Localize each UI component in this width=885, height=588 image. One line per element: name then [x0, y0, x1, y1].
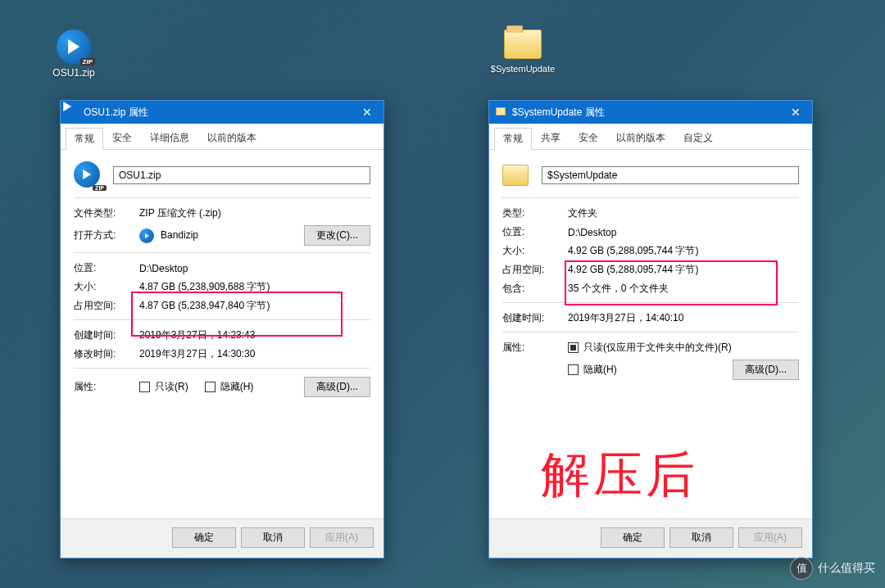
readonly-checkbox[interactable] — [139, 382, 150, 392]
advanced-button[interactable]: 高级(D)... — [733, 360, 799, 380]
tab-general[interactable]: 常规 — [494, 128, 532, 150]
tab-security[interactable]: 安全 — [570, 127, 607, 149]
value-disksize: 4.92 GB (5,288,095,744 字节) — [568, 263, 799, 277]
label-location: 位置: — [502, 225, 568, 239]
filename-input[interactable] — [542, 166, 799, 184]
titlebar[interactable]: OSU1.zip 属性 ✕ — [61, 101, 384, 124]
readonly-label: 只读(R) — [155, 381, 188, 392]
folder-icon — [502, 161, 530, 189]
label-modified: 修改时间: — [74, 347, 139, 361]
watermark-icon: 值 — [790, 557, 813, 580]
value-location: D:\Desktop — [139, 263, 370, 274]
desktop-icon-label: OSU1.zip — [41, 67, 107, 79]
hidden-checkbox[interactable] — [205, 382, 216, 392]
ok-button[interactable]: 确定 — [601, 527, 665, 548]
ok-button[interactable]: 确定 — [172, 527, 236, 548]
value-created: 2019年3月27日，14:23:43 — [139, 328, 370, 342]
hidden-checkbox[interactable] — [568, 364, 579, 375]
cancel-button[interactable]: 取消 — [241, 527, 305, 548]
attribute-checkboxes: 只读(R) 隐藏(H) — [139, 380, 304, 394]
value-modified: 2019年3月27日，14:30:30 — [139, 347, 370, 361]
apply-button[interactable]: 应用(A) — [738, 527, 802, 548]
desktop-icon-label: $SystemUpdate — [490, 64, 556, 74]
titlebar-zip-icon — [67, 106, 79, 118]
label-location: 位置: — [74, 261, 139, 275]
titlebar-title: $SystemUpdate 属性 — [512, 106, 779, 120]
value-openwith: Bandizip — [139, 228, 304, 243]
value-contains: 35 个文件，0 个文件夹 — [568, 282, 799, 296]
label-type: 文件类型: — [74, 206, 139, 220]
value-disksize: 4.87 GB (5,238,947,840 字节) — [139, 299, 370, 313]
label-created: 创建时间: — [74, 328, 139, 342]
value-location: D:\Desktop — [568, 227, 799, 238]
titlebar-title: OSU1.zip 属性 — [84, 106, 351, 120]
value-size: 4.92 GB (5,288,095,744 字节) — [568, 244, 799, 258]
desktop-icon-zip[interactable]: ZIP OSU1.zip — [41, 29, 107, 79]
value-type: 文件夹 — [568, 206, 799, 220]
properties-dialog-zip: OSU1.zip 属性 ✕ 常规 安全 详细信息 以前的版本 ZIP 文件类型:… — [60, 100, 384, 559]
close-icon[interactable]: ✕ — [779, 101, 812, 124]
label-size: 大小: — [502, 244, 568, 258]
label-openwith: 打开方式: — [74, 228, 139, 242]
titlebar-folder-icon — [496, 106, 507, 118]
hidden-label: 隐藏(H) — [220, 381, 254, 392]
annotation-text: 解压后 — [541, 442, 698, 509]
apply-button[interactable]: 应用(A) — [310, 527, 374, 548]
tab-details[interactable]: 详细信息 — [141, 127, 198, 149]
dialog-body: ZIP 文件类型:ZIP 压缩文件 (.zip) 打开方式: Bandizip … — [61, 150, 384, 518]
bandizip-icon — [139, 228, 154, 243]
attribute-checkboxes: 只读(仅应用于文件夹中的文件)(R) — [568, 341, 799, 355]
titlebar[interactable]: $SystemUpdate 属性 ✕ — [489, 101, 812, 124]
value-size: 4.87 GB (5,238,909,688 字节) — [139, 280, 370, 294]
tabs: 常规 共享 安全 以前的版本 自定义 — [489, 124, 812, 150]
advanced-button[interactable]: 高级(D)... — [304, 377, 370, 397]
label-disksize: 占用空间: — [74, 299, 139, 313]
tab-previous[interactable]: 以前的版本 — [198, 127, 266, 149]
value-created: 2019年3月27日，14:40:10 — [568, 311, 799, 325]
change-button[interactable]: 更改(C)... — [304, 225, 370, 246]
value-type: ZIP 压缩文件 (.zip) — [139, 206, 370, 220]
file-icon: ZIP — [74, 161, 102, 189]
readonly-checkbox[interactable] — [568, 342, 579, 353]
cancel-button[interactable]: 取消 — [669, 527, 733, 548]
dialog-footer: 确定 取消 应用(A) — [61, 518, 384, 558]
label-attributes: 属性: — [74, 380, 139, 394]
tab-general[interactable]: 常规 — [66, 128, 103, 150]
label-contains: 包含: — [502, 282, 568, 296]
tab-previous[interactable]: 以前的版本 — [607, 127, 674, 149]
hidden-label: 隐藏(H) — [583, 364, 617, 375]
filename-input[interactable] — [113, 166, 370, 184]
desktop-icon-folder[interactable]: $SystemUpdate — [490, 28, 556, 74]
watermark: 值 什么值得买 — [790, 557, 875, 580]
tab-sharing[interactable]: 共享 — [532, 127, 570, 149]
tab-custom[interactable]: 自定义 — [674, 127, 722, 149]
label-size: 大小: — [74, 280, 139, 294]
watermark-text: 什么值得买 — [818, 561, 875, 576]
label-type: 类型: — [502, 206, 568, 220]
close-icon[interactable]: ✕ — [351, 101, 384, 124]
label-disksize: 占用空间: — [502, 263, 568, 277]
dialog-footer: 确定 取消 应用(A) — [489, 518, 812, 558]
zip-badge: ZIP — [80, 58, 95, 66]
folder-icon — [504, 29, 542, 59]
label-attributes: 属性: — [502, 341, 568, 355]
tab-security[interactable]: 安全 — [103, 127, 141, 149]
readonly-label: 只读(仅应用于文件夹中的文件)(R) — [583, 341, 732, 353]
hidden-row: 隐藏(H) — [568, 363, 733, 377]
tabs: 常规 安全 详细信息 以前的版本 — [61, 124, 384, 150]
label-created: 创建时间: — [502, 311, 568, 325]
